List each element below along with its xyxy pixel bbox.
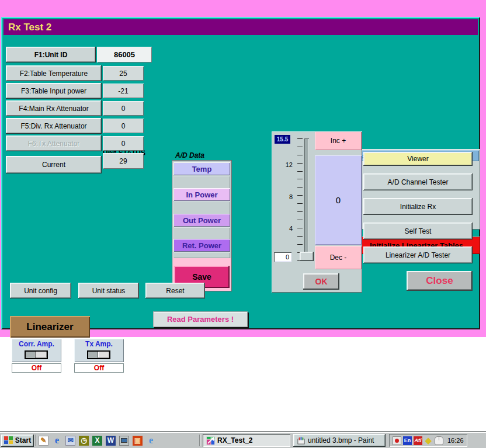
tick-label-12: 12 [283,161,293,168]
page-title: Rx Test 2 [4,19,478,35]
f2-table-temperature-button[interactable]: F2:Table Temperature [6,65,102,81]
task-label: untitled 3.bmp - Paint [308,436,374,444]
ie-icon[interactable]: e [52,436,62,446]
linearizer-ad-tester-button[interactable]: Linearizer A/D Tester [363,246,473,263]
task-button-rx-test-2[interactable]: RX_Test_2 [203,434,290,447]
corr-amp-label: Corr. Amp. [12,340,61,348]
increment-button[interactable]: Inc + [315,131,362,150]
corr-amp-state: Off [12,363,61,373]
app-window-icon [206,436,215,445]
unit-status-button[interactable]: Unit status [78,283,139,298]
attenuation-slider-panel: 15.5 12 8 4 0 Inc + 0 Dec - OK [272,131,362,293]
f1-unit-id-button[interactable]: F1:Unit ID [6,47,96,62]
f6-tx-attenuator-button: F6:Tx Attenuator [6,136,102,151]
taskbar: Start ✎ e ✉ ◷ X W ▣ e RX_Test_2 untitled… [0,432,486,448]
system-tray: En Ati ◆ 16:26 [389,434,467,447]
table-temperature-value: 25 [103,66,144,81]
diamond-utility-icon[interactable]: ◆ [424,436,433,445]
f3-table-input-power-button[interactable]: F3:Table Input power [6,83,102,99]
outlook-icon[interactable]: ✉ [65,436,75,446]
unit-id-value: 86005 [97,47,152,62]
tray-clock: 16:26 [447,437,464,444]
unit-config-button[interactable]: Unit config [10,283,71,298]
attenuation-value-display: 0 [315,155,362,245]
task-label: RX_Test_2 [217,436,252,444]
read-parameters-button[interactable]: Read Parameters ! [153,311,248,327]
ad-data-label: A/D Data [175,151,204,159]
tick-label-8: 8 [283,193,293,200]
ad-channel-tester-button[interactable]: A/D Channel Tester [363,173,473,190]
keyboard-layout-badge[interactable]: En [403,436,412,445]
slider-track[interactable] [304,138,309,261]
out-power-value-cell [173,227,230,240]
current-button[interactable]: Current [6,156,102,173]
corr-amp-panel: Corr. Amp. [12,339,61,362]
decrement-button[interactable]: Dec - [315,246,362,269]
ok-button[interactable]: OK [303,273,339,290]
corr-amp-toggle[interactable] [25,350,48,359]
task-button-paint[interactable]: untitled 3.bmp - Paint [293,434,386,447]
tx-attenuator-value: 0 [103,136,144,151]
main-panel: Rx Test 2 Unit STATUS F1:Unit ID 86005 F… [1,17,480,329]
compose-icon[interactable]: ✎ [39,436,48,446]
tx-amp-label: Tx Amp. [74,340,124,348]
temp-button[interactable]: Temp [173,162,230,175]
slider-thumb[interactable] [300,252,314,261]
initialize-rx-button[interactable]: Initialize Rx [363,198,473,215]
taskbar-separator [199,435,200,446]
viewer-button[interactable]: Viewer [363,152,473,166]
clock-app-icon[interactable]: ◷ [79,436,89,446]
slider-value-box[interactable]: 0 [274,252,291,262]
tx-amp-panel: Tx Amp. [74,339,124,362]
corr-amp-toggle-thumb [35,352,47,358]
slider-ticks [297,138,303,261]
in-power-button[interactable]: In Power [173,188,230,201]
close-button[interactable]: Close [407,271,473,291]
current-value: 29 [103,153,144,169]
div-rx-attenuator-value: 0 [103,119,144,133]
ati-icon[interactable]: Ati [414,436,422,445]
tx-amp-toggle[interactable] [87,350,110,359]
start-label: Start [15,436,31,444]
temp-value-cell [173,176,230,189]
window-body: Rx Test 2 Unit STATUS F1:Unit ID 86005 F… [0,0,486,337]
table-input-power-value: -21 [103,84,144,98]
self-test-button[interactable]: Self Test [363,223,473,239]
ret-power-value-cell [173,252,230,258]
mouse-icon[interactable] [435,436,443,445]
monitor-icon[interactable] [119,436,129,446]
ad-data-panel: Temp In Power Out Power Ret. Power Save [172,160,232,291]
paint-icon [297,436,306,445]
tx-amp-state: Off [74,363,124,373]
start-button[interactable]: Start [1,435,34,447]
in-power-value-cell [173,202,230,214]
linearizer-title: Linearizer [10,316,90,338]
scheduler-icon[interactable] [393,436,401,445]
word-icon[interactable]: W [106,436,116,446]
ie2-icon[interactable]: e [146,436,156,446]
taskbar-separator [35,435,36,446]
tick-label-4: 4 [283,225,293,232]
excel-icon[interactable]: X [92,436,102,446]
out-power-button[interactable]: Out Power [173,214,230,227]
windows-logo-icon [4,436,13,444]
f5-div-rx-attenuator-button[interactable]: F5:Div. Rx Attenuator [6,118,102,134]
ret-power-button[interactable]: Ret. Power [173,239,230,252]
reset-button[interactable]: Reset [145,283,205,298]
main-rx-attenuator-value: 0 [103,101,144,116]
tx-amp-toggle-thumb [98,352,109,358]
slider-max-label: 15.5 [275,135,290,144]
powerpoint-icon[interactable]: ▣ [133,436,143,446]
f4-main-rx-attenuator-button[interactable]: F4:Main Rx Attenuator [6,100,102,116]
